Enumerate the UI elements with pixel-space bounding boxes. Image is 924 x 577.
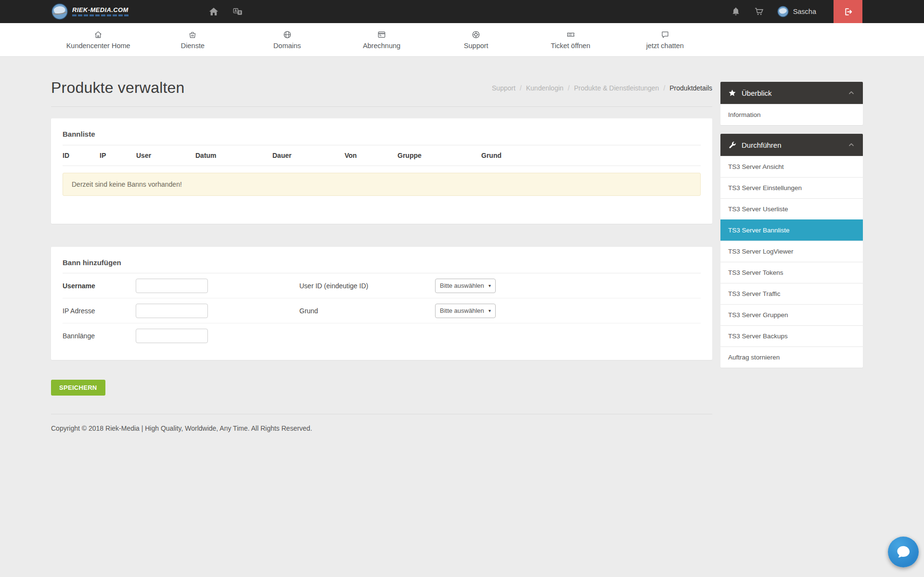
chevron-down-icon: ▾ [488,308,491,313]
sidebar-item-ts3-logviewer[interactable]: TS3 Server LogViewer [720,241,863,262]
username-field[interactable] [136,279,208,293]
sidebar-item-auftrag-stornieren[interactable]: Auftrag stornieren [720,346,863,368]
banlength-field[interactable] [136,329,208,343]
nav-item-abrechnung[interactable]: Abrechnung [334,23,429,56]
col-user: User [136,145,195,166]
sidebar-item-ts3-gruppen[interactable]: TS3 Server Gruppen [720,304,863,325]
logout-button[interactable] [834,0,862,23]
breadcrumb-produkte[interactable]: Produkte & Dienstleistungen [574,84,659,92]
chat-bubble-icon [895,543,912,561]
topbar-user-area: Sascha [731,0,862,23]
sidebar: Überblick Information Durchführen TS3 Se… [720,57,863,376]
banlist-panel: Bannliste ID IP User Datum Dauer Von Gru… [51,118,712,224]
add-ban-heading: Bann hinzufügen [63,258,701,273]
banlist-table: ID IP User Datum Dauer Von Gruppe Grund [63,145,701,166]
nav-label: Abrechnung [363,42,400,50]
sidebar-item-information[interactable]: Information [720,104,863,125]
overview-title: Überblick [742,89,772,97]
userid-select[interactable]: Bitte auswählen ▾ [435,279,496,293]
chat-bubble-icon [661,30,669,39]
sidebar-item-ts3-bannliste[interactable]: TS3 Server Bannliste [720,219,863,241]
language-icon[interactable] [233,7,243,16]
wrench-icon [728,141,736,149]
footer-copyright: Copyright © 2018 Riek-Media | High Quali… [51,414,712,454]
nav-label: Dienste [181,42,205,50]
home-icon[interactable] [209,7,218,16]
user-name: Sascha [793,8,816,15]
col-datum: Datum [195,145,272,166]
username-label: Username [63,282,136,290]
chevron-up-icon [847,141,855,149]
form-row-username: Username User ID (eindeutige ID) Bitte a… [63,273,701,298]
nav-label: Support [464,42,488,50]
nav-item-kundencenter-home[interactable]: Kundencenter Home [51,23,145,56]
breadcrumb: Support / Kundenlogin / Produkte & Diens… [492,84,712,92]
banlist-header-row: ID IP User Datum Dauer Von Gruppe Grund [63,145,701,166]
breadcrumb-support[interactable]: Support [492,84,515,92]
reason-select[interactable]: Bitte auswählen ▾ [435,304,496,318]
nav-label: Kundencenter Home [66,42,130,50]
breadcrumb-produktdetails: Produktdetails [669,84,712,92]
brand-logo[interactable]: RIEK-MEDIA.COM [51,3,129,20]
banlist-heading: Bannliste [63,130,701,138]
globe-icon [283,30,292,39]
lifebuoy-icon [472,30,480,39]
banlength-label: Bannlänge [63,332,136,340]
col-id: ID [63,145,100,166]
topbar: RIEK-MEDIA.COM Sascha [0,0,924,23]
breadcrumb-separator: / [568,84,570,92]
nav-label: jetzt chatten [646,42,684,50]
page-title: Produkte verwalten [51,79,185,97]
save-button[interactable]: SPEICHERN [51,380,105,396]
col-grund: Grund [481,145,701,166]
user-menu[interactable]: Sascha [777,6,816,17]
nav-item-dienste[interactable]: Dienste [145,23,240,56]
empty-banlist-alert: Derzeit sind keine Banns vorhanden! [63,173,701,196]
topbar-quick-links [209,7,243,16]
userid-label: User ID (eindeutige ID) [299,282,435,290]
nav-item-jetzt-chatten[interactable]: jetzt chatten [618,23,712,56]
cart-icon[interactable] [754,7,764,16]
globe-logo-icon [51,3,68,20]
breadcrumb-separator: / [663,84,665,92]
overview-panel-header[interactable]: Überblick [720,82,863,104]
sidebar-item-ts3-tokens[interactable]: TS3 Server Tokens [720,262,863,283]
ip-label: IP Adresse [63,307,136,315]
ticket-icon [566,30,575,39]
nav-label: Domains [273,42,301,50]
userid-select-value: Bitte auswählen [440,282,484,289]
chevron-down-icon: ▾ [488,283,491,288]
chevron-up-icon [847,89,855,97]
nav-item-domains[interactable]: Domains [240,23,334,56]
sidebar-item-ts3-backups[interactable]: TS3 Server Backups [720,325,863,346]
col-gruppe: Gruppe [398,145,481,166]
brand-tagline [72,14,129,16]
add-ban-panel: Bann hinzufügen Username User ID (eindeu… [51,247,712,360]
chat-widget-button[interactable] [888,537,919,567]
nav-item-ticket-oeffnen[interactable]: Ticket öffnen [523,23,617,56]
nav-label: Ticket öffnen [551,42,590,50]
reason-select-value: Bitte auswählen [440,307,484,314]
col-ip: IP [100,145,136,166]
sidebar-item-ts3-ansicht[interactable]: TS3 Server Ansicht [720,156,863,177]
actions-panel-header[interactable]: Durchführen [720,134,863,156]
form-row-banlength: Bannlänge [63,323,701,348]
actions-panel: Durchführen TS3 Server Ansicht TS3 Serve… [720,134,863,368]
main-navigation: Kundencenter Home Dienste Domains Abrech… [0,23,924,57]
avatar [777,6,789,17]
col-von: Von [345,145,398,166]
reason-label: Grund [299,307,435,315]
sidebar-item-ts3-userliste[interactable]: TS3 Server Userliste [720,198,863,219]
ip-field[interactable] [136,304,208,318]
star-icon [728,89,736,97]
page-header: Produkte verwalten Support / Kundenlogin… [51,57,712,107]
sidebar-item-ts3-traffic[interactable]: TS3 Server Traffic [720,283,863,304]
notifications-bell-icon[interactable] [731,7,741,16]
sidebar-item-ts3-einstellungen[interactable]: TS3 Server Einstellungen [720,177,863,198]
nav-item-support[interactable]: Support [429,23,523,56]
breadcrumb-kundenlogin[interactable]: Kundenlogin [526,84,564,92]
breadcrumb-separator: / [520,84,522,92]
form-row-ip: IP Adresse Grund Bitte auswählen ▾ [63,298,701,323]
house-icon [94,30,103,39]
brand-name: RIEK-MEDIA.COM [72,7,129,13]
